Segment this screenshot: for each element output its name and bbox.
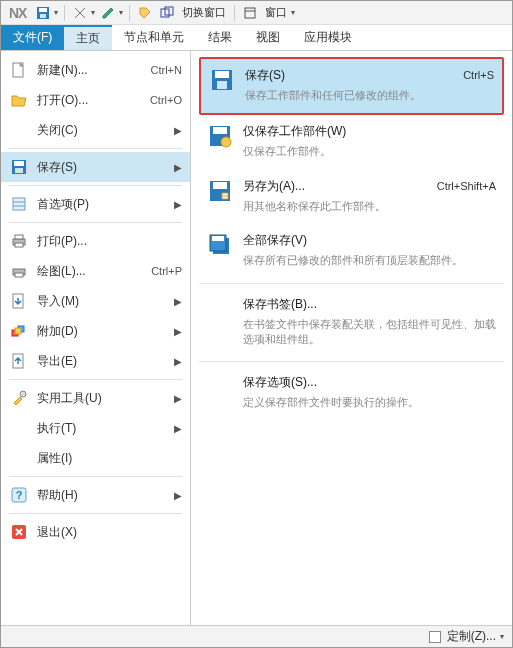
submenu-title: 保存选项(S)... [243,374,317,391]
menu-preferences[interactable]: 首选项(P) ▶ [1,189,190,219]
submenu-save-work[interactable]: 仅保存工作部件(W) 仅保存工作部件。 [199,115,504,169]
submenu-body: 仅保存工作部件(W) 仅保存工作部件。 [243,123,496,159]
submenu-save[interactable]: 保存(S) Ctrl+S 保存工作部件和任何已修改的组件。 [199,57,504,115]
submenu-desc: 仅保存工作部件。 [243,144,496,159]
menu-label: 附加(D) [37,323,166,340]
tag-icon[interactable] [136,4,154,22]
submenu-body: 保存书签(B)... 在书签文件中保存装配关联，包括组件可见性、加载选项和组件组… [243,296,496,348]
new-file-icon [9,60,29,80]
menu-execute[interactable]: 执行(T) ▶ [1,413,190,443]
checkbox[interactable] [429,631,441,643]
dropdown-icon[interactable]: ▾ [91,8,95,17]
open-folder-icon [9,90,29,110]
svg-rect-38 [212,236,224,241]
tab-file[interactable]: 文件(F) [1,25,64,50]
chevron-right-icon: ▶ [174,296,182,307]
menu-help[interactable]: ? 帮助(H) ▶ [1,480,190,510]
menu-label: 执行(T) [37,420,166,437]
chevron-right-icon: ▶ [174,393,182,404]
attach-icon [9,321,29,341]
menu-shortcut: Ctrl+P [151,265,182,277]
svg-rect-2 [40,14,46,18]
dropdown-icon[interactable]: ▾ [291,8,295,17]
title-bar: NX ▾ ▾ ▾ 切换窗口 窗口 ▾ [1,1,512,25]
save-icon [209,67,235,93]
menu-label: 实用工具(U) [37,390,166,407]
tab-modules[interactable]: 应用模块 [292,25,364,50]
svg-rect-9 [14,161,24,166]
blank-icon [207,374,233,400]
svg-rect-18 [15,273,23,277]
menu-label: 新建(N)... [37,62,143,79]
save-icon [9,157,29,177]
windows-icon[interactable] [158,4,176,22]
tab-view[interactable]: 视图 [244,25,292,50]
menu-properties[interactable]: 属性(I) [1,443,190,473]
submenu-body: 另存为(A)... Ctrl+Shift+A 用其他名称保存此工作部件。 [243,178,496,214]
submenu-desc: 在书签文件中保存装配关联，包括组件可见性、加载选项和组件组。 [243,317,496,348]
submenu-save-options[interactable]: 保存选项(S)... 定义保存部件文件时要执行的操作。 [199,366,504,420]
tools-icon [9,388,29,408]
submenu-title: 保存(S) [245,67,285,84]
app-logo: NX [5,5,30,21]
submenu-save-as[interactable]: 另存为(A)... Ctrl+Shift+A 用其他名称保存此工作部件。 [199,170,504,224]
blank-icon [207,296,233,322]
ribbon-tabs: 文件(F) 主页 节点和单元 结果 视图 应用模块 [1,25,512,51]
separator [9,379,182,380]
submenu-save-all[interactable]: 全部保存(V) 保存所有已修改的部件和所有顶层装配部件。 [199,224,504,278]
printer-icon [9,231,29,251]
chevron-right-icon: ▶ [174,125,182,136]
dropdown-icon[interactable]: ▾ [500,632,504,641]
tab-home[interactable]: 主页 [64,25,112,50]
cut-icon[interactable] [71,4,89,22]
svg-point-24 [20,391,26,397]
import-icon [9,291,29,311]
menu-new[interactable]: 新建(N)... Ctrl+N [1,55,190,85]
window-menu-label[interactable]: 窗口 [263,5,289,20]
menu-label: 首选项(P) [37,196,166,213]
menu-print[interactable]: 打印(P)... [1,226,190,256]
menu-open[interactable]: 打开(O)... Ctrl+O [1,85,190,115]
menu-exit[interactable]: 退出(X) [1,517,190,547]
customize-label[interactable]: 定制(Z)... [447,628,496,645]
chevron-right-icon: ▶ [174,199,182,210]
menu-tools[interactable]: 实用工具(U) ▶ [1,383,190,413]
svg-rect-10 [15,168,23,173]
menu-close[interactable]: 关闭(C) ▶ [1,115,190,145]
menu-plot[interactable]: 绘图(L)... Ctrl+P [1,256,190,286]
save-work-icon [207,123,233,149]
tab-results[interactable]: 结果 [196,25,244,50]
save-as-icon [207,178,233,204]
tab-nodes[interactable]: 节点和单元 [112,25,196,50]
submenu-bookmark[interactable]: 保存书签(B)... 在书签文件中保存装配关联，包括组件可见性、加载选项和组件组… [199,288,504,358]
menu-label: 属性(I) [37,450,182,467]
menu-label: 帮助(H) [37,487,166,504]
separator [9,476,182,477]
switch-window-label[interactable]: 切换窗口 [180,5,228,20]
menu-export[interactable]: 导出(E) ▶ [1,346,190,376]
svg-rect-15 [15,235,23,239]
dropdown-icon[interactable]: ▾ [119,8,123,17]
dropdown-icon[interactable]: ▾ [54,8,58,17]
menu-attach[interactable]: 附加(D) ▶ [1,316,190,346]
save-submenu: 保存(S) Ctrl+S 保存工作部件和任何已修改的组件。 仅保存工作部件(W)… [191,51,512,625]
chevron-right-icon: ▶ [174,356,182,367]
submenu-title: 仅保存工作部件(W) [243,123,346,140]
menu-label: 导出(E) [37,353,166,370]
pencil-icon[interactable] [99,4,117,22]
menu-import[interactable]: 导入(M) ▶ [1,286,190,316]
window-icon[interactable] [241,4,259,22]
submenu-desc: 保存工作部件和任何已修改的组件。 [245,88,494,103]
preferences-icon [9,194,29,214]
menu-save[interactable]: 保存(S) ▶ [1,152,190,182]
separator [64,5,65,21]
save-all-icon [207,232,233,258]
svg-rect-16 [15,243,23,247]
menu-shortcut: Ctrl+O [150,94,182,106]
chevron-right-icon: ▶ [174,162,182,173]
save-icon[interactable] [34,4,52,22]
help-icon: ? [9,485,29,505]
submenu-title: 另存为(A)... [243,178,305,195]
exit-icon [9,522,29,542]
chevron-right-icon: ▶ [174,490,182,501]
